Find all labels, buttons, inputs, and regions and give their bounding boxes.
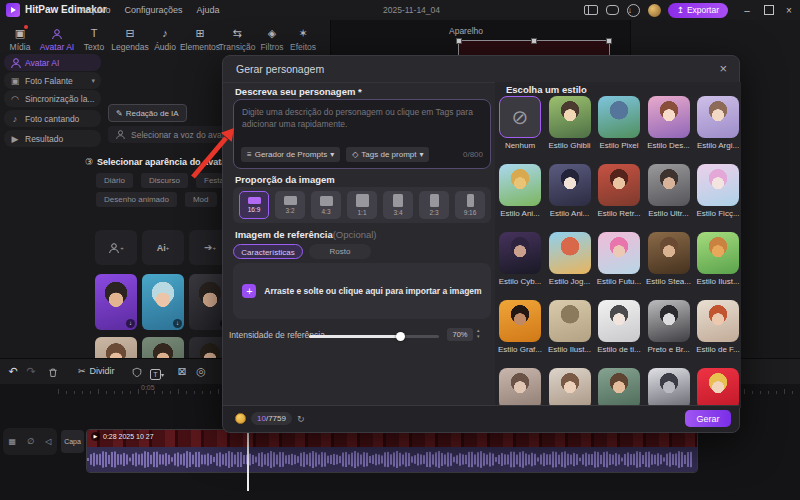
close-window-button[interactable]: × [782,5,796,16]
character-description-input[interactable]: Digite uma descrição do personagem ou cl… [233,99,491,169]
ratio-option-16x9[interactable]: 16:9 [239,191,269,219]
layout-icon[interactable] [584,5,598,15]
reference-tab-rosto[interactable]: Rosto [309,244,371,259]
sidebar-item-resultado[interactable]: ▶Resultado [4,130,101,147]
ratio-option-3x2[interactable]: 3:2 [275,191,305,219]
style-option-estilo-ani-[interactable]: Estilo Ani... [497,164,543,218]
menu-arquivo[interactable]: Arquivo [80,5,111,15]
style-option-estilo-de-f-[interactable]: Estilo de F... [695,300,741,354]
style-option-partial[interactable] [547,368,593,408]
playhead[interactable] [247,429,249,491]
ratio-option-9x16[interactable]: 9:16 [455,191,485,219]
style-option-preto-e-br-[interactable]: Preto e Br... [646,300,692,354]
resize-handle[interactable] [456,38,462,44]
track-mute-icon[interactable]: ∅ [27,437,34,446]
style-option-estilo-argi-[interactable]: Estilo Argi... [695,96,741,150]
minimize-button[interactable]: – [740,5,754,16]
cover-chip[interactable]: Capa [61,430,84,453]
intensity-slider[interactable] [309,335,439,338]
style-option-estilo-stea-[interactable]: Estilo Stea... [646,232,692,286]
style-option-estilo-retr-[interactable]: Estilo Retr... [596,164,642,218]
track-controls[interactable]: ▦ ∅ ◁ [3,428,57,455]
style-option-estilo-futu-[interactable]: Estilo Futu... [596,232,642,286]
shield-button[interactable] [132,366,143,378]
style-option-estilo-ilust-[interactable]: Estilo Ilust... [695,232,741,286]
style-thumbnail [697,368,739,408]
generate-button[interactable]: Gerar [685,410,731,427]
style-option-nenhum[interactable]: ⊘Nenhum [497,96,543,150]
maximize-button[interactable] [764,5,774,15]
style-option-estilo-graf-[interactable]: Estilo Graf... [497,300,543,354]
dialog-header: Gerar personagem × [223,56,739,83]
style-option-estilo-ficç-[interactable]: Estilo Ficç... [695,164,741,218]
download-badge-icon[interactable]: ↓ [126,319,135,328]
ribbon-item-efeitos[interactable]: ✶Efeitos [279,23,327,52]
export-button[interactable]: ↥ Exportar [668,3,728,18]
category-tag[interactable]: Diário [96,173,133,188]
style-option-partial[interactable] [596,368,642,408]
ratio-option-3x4[interactable]: 3:4 [383,191,413,219]
ai-writing-chip[interactable]: ✎ Redação de IA [108,104,187,122]
delete-button[interactable] [48,366,59,378]
style-option-partial[interactable] [695,368,741,408]
resize-handle[interactable] [531,38,537,44]
download-badge-icon[interactable]: ↓ [173,319,182,328]
style-option-estilo-pixel[interactable]: Estilo Pixel [596,96,642,150]
slider-knob[interactable] [396,332,405,341]
undo-button[interactable]: ↶ [8,365,17,378]
style-option-estilo-ilust-[interactable]: Estilo Ilust... [547,300,593,354]
split-button[interactable]: ✂ Dividir [78,366,115,376]
reference-tab-características[interactable]: Características [233,244,303,259]
prompt-tags-dropdown[interactable]: ◇ Tags de prompt ▾ [346,147,429,162]
ratio-label: 4:3 [321,208,330,215]
style-option-estilo-des-[interactable]: Estilo Des... [646,96,692,150]
image-dropzone[interactable]: + Arraste e solte ou clique aqui para im… [233,263,491,319]
sidebar-item-sincronizaçãola[interactable]: ◠Sincronização la... [4,90,101,107]
dialog-close-icon[interactable]: × [719,61,727,76]
video-clip[interactable]: ▶ 0:28 2025 10 27 [86,429,698,473]
record-button[interactable]: ◎ [196,365,206,378]
style-option-estilo-ghibli[interactable]: Estilo Ghibli [547,96,593,150]
prompt-generator-dropdown[interactable]: ≡ Gerador de Prompts ▾ [241,147,340,162]
category-tag[interactable]: Desenho animado [96,192,177,207]
ratio-option-4x3[interactable]: 4:3 [311,191,341,219]
sidebar-item-avatarai[interactable]: Avatar AI [4,54,101,71]
avatar-photo[interactable]: ↓ [95,274,137,330]
sidebar-item-fotocantando[interactable]: ♪Foto cantando [4,110,101,127]
style-option-estilo-cyb-[interactable]: Estilo Cyb... [497,232,543,286]
clip-label: ▶ 0:28 2025 10 27 [91,432,154,441]
create-custom-avatar-card[interactable]: + [95,230,137,265]
remove-subtitles-button[interactable]: ⊠ [177,365,186,378]
refresh-icon[interactable]: ↻ [297,414,305,424]
redo-button[interactable]: ↷ [26,365,35,378]
menu-configurações[interactable]: Configurações [125,5,183,15]
style-name: Preto e Br... [646,345,692,354]
style-option-estilo-jog-[interactable]: Estilo Jog... [547,232,593,286]
style-option-partial[interactable] [497,368,543,408]
track-speaker-icon[interactable]: ◁ [45,437,51,446]
download-icon[interactable]: ↓ [627,4,640,17]
track-grid-icon[interactable]: ▦ [9,437,17,446]
menu-ajuda[interactable]: Ajuda [197,5,220,15]
ratio-option-2x3[interactable]: 2:3 [419,191,449,219]
user-avatar[interactable] [648,4,661,17]
caret-down-icon: ▾ [91,77,95,85]
generate-character-dialog: Gerar personagem × Descreva seu personag… [222,55,740,433]
style-option-estilo-ultr-[interactable]: Estilo Ultr... [646,164,692,218]
ai-avatar-card[interactable]: Ai+ [142,230,184,265]
style-option-estilo-de-ti-[interactable]: Estilo de ti... [596,300,642,354]
stepper-arrows[interactable]: ▴▾ [477,327,480,339]
style-option-estilo-ani-[interactable]: Estilo Ani... [547,164,593,218]
feedback-icon[interactable] [606,5,619,15]
style-name: Estilo Ghibli [547,141,593,150]
play-icon: ▶ [91,432,100,441]
ratio-rect-icon [248,197,261,204]
resize-handle[interactable] [606,38,612,44]
category-tag[interactable]: Discurso [141,173,188,188]
avatar-photo[interactable]: ↓ [142,274,184,330]
style-option-partial[interactable] [646,368,692,408]
text-style-button[interactable]: T▾ [150,367,164,380]
sidebar-item-fotofalante[interactable]: ▣Foto Falante▾ [4,72,101,89]
category-tag[interactable]: Mod [185,192,217,207]
ratio-option-1x1[interactable]: 1:1 [347,191,377,219]
